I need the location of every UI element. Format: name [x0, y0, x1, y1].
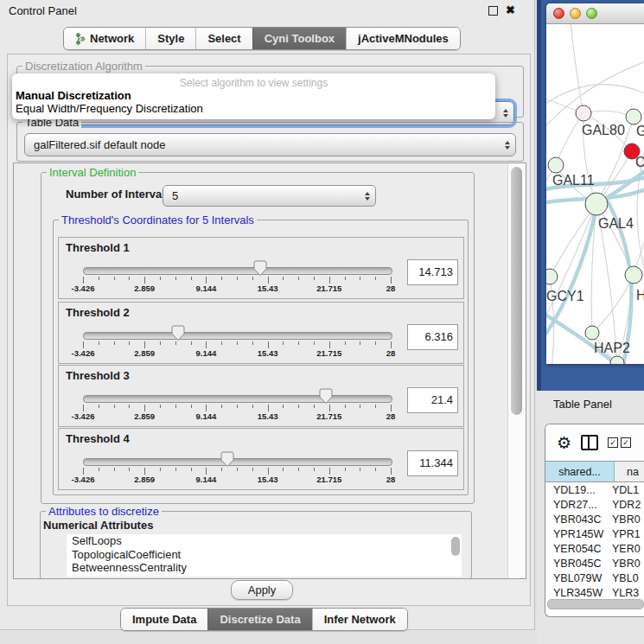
- numerical-attributes-label: Numerical Attributes: [43, 519, 153, 532]
- tab-style[interactable]: Style: [145, 28, 195, 49]
- table-header-row: shared... na: [545, 461, 644, 482]
- column-header-shared-name[interactable]: shared...: [545, 462, 615, 481]
- numerical-attributes-list[interactable]: SelfLoopsTopologicalCoefficientBetweenne…: [67, 534, 462, 577]
- threshold-3-slider-track[interactable]: [83, 395, 392, 403]
- network-node-label: HAP2: [594, 341, 630, 355]
- scrollbar-thumb[interactable]: [511, 167, 522, 415]
- attribute-item[interactable]: TopologicalCoefficient: [67, 548, 462, 562]
- table-row[interactable]: YDR27...YDR2: [545, 497, 644, 512]
- tab-network[interactable]: Network: [64, 28, 145, 49]
- tab-select[interactable]: Select: [195, 28, 252, 49]
- apply-button[interactable]: Apply: [231, 580, 293, 600]
- threshold-1-slider-track[interactable]: [83, 267, 392, 275]
- network-node[interactable]: [548, 157, 564, 173]
- network-node-label: GAL11: [552, 173, 595, 188]
- threshold-4-slider-track[interactable]: [83, 458, 392, 466]
- table-row[interactable]: YBR045CYBR0: [545, 556, 644, 571]
- threshold-3-panel: Threshold 3 -3.4262.8599.14415.4321.7152…: [58, 365, 464, 427]
- close-icon[interactable]: ✖: [506, 5, 515, 16]
- network-node[interactable]: [546, 269, 558, 284]
- table-horizontal-scrollbar[interactable]: [547, 599, 644, 609]
- table-rows[interactable]: YDL19...YDL1YDR27...YDR2YBR043CYBR0YPR14…: [545, 482, 644, 600]
- attributes-group: Attributes to discretize Numerical Attri…: [40, 511, 472, 579]
- attributes-group-title: Attributes to discretize: [46, 505, 162, 518]
- checkbox-icon: ✓: [608, 437, 618, 448]
- network-window-titlebar: [546, 3, 644, 24]
- interval-definition-title: Interval Definition: [47, 166, 138, 179]
- threshold-1-slider-handle[interactable]: [253, 260, 267, 280]
- combo-arrows-icon: [500, 141, 515, 150]
- split-columns-icon[interactable]: [581, 435, 598, 450]
- tab-discretize-data[interactable]: Discretize Data: [207, 609, 311, 630]
- threshold-1-value-field[interactable]: 14.713: [407, 259, 458, 285]
- thresholds-group: Threshold's Coordinates for 5 Intervals …: [53, 220, 469, 495]
- interval-definition-group: Interval Definition Number of Intervals …: [41, 172, 475, 504]
- table-row[interactable]: YDL19...YDL1: [545, 482, 644, 497]
- number-of-intervals-label: Number of Intervals: [66, 188, 171, 201]
- threshold-2-panel: Threshold 2 -3.4262.8599.14415.4321.7152…: [58, 302, 464, 364]
- network-node[interactable]: [626, 109, 641, 124]
- algorithm-dropdown-popup: Select algorithm to view settings Manual…: [12, 73, 495, 119]
- table-toolbar: ⚙ ✓ ✓: [545, 424, 644, 461]
- table-row[interactable]: YPR145WYPR1: [545, 526, 644, 541]
- panel-title: Control Panel: [9, 0, 77, 22]
- network-canvas[interactable]: GAL80GCGAL11GAL4GCY1HHAP2: [546, 24, 644, 364]
- threshold-4-slider-handle[interactable]: [220, 451, 234, 471]
- network-node[interactable]: [576, 105, 591, 121]
- table-row[interactable]: YBR043CYBR0: [545, 512, 644, 526]
- zoom-window-icon[interactable]: [586, 8, 597, 19]
- tab-infer-network[interactable]: Infer Network: [312, 609, 407, 630]
- network-node[interactable]: [610, 356, 624, 364]
- threshold-3-label: Threshold 3: [66, 369, 130, 382]
- attributes-list-scrollbar[interactable]: [451, 537, 460, 556]
- select-columns-icons[interactable]: ✓ ✓: [608, 437, 631, 448]
- network-node[interactable]: [585, 193, 608, 215]
- gear-icon[interactable]: ⚙: [557, 435, 571, 451]
- number-of-intervals-value: 5: [163, 189, 360, 202]
- popup-option-equal-width-frequency[interactable]: Equal Width/Frequency Discretization: [12, 102, 495, 115]
- threshold-3-slider-handle[interactable]: [319, 388, 333, 408]
- settings-vertical-scrollbar[interactable]: [507, 163, 526, 578]
- threshold-3-value-field[interactable]: 21.4: [407, 387, 458, 413]
- tab-cyni-toolbox[interactable]: Cyni Toolbox: [252, 28, 346, 49]
- close-window-icon[interactable]: [553, 8, 564, 19]
- table-panel-title: Table Panel: [553, 398, 612, 411]
- tab-network-label: Network: [90, 32, 134, 45]
- checkbox-icon: ✓: [621, 437, 631, 448]
- tab-jactivemnodules[interactable]: jActiveMNodules: [346, 28, 460, 49]
- tab-impute-data[interactable]: Impute Data: [121, 609, 207, 630]
- table-row[interactable]: YLR345WYLR3: [545, 585, 644, 600]
- threshold-2-value-field[interactable]: 6.316: [407, 324, 458, 350]
- cyni-mode-tabbar: Impute Data Discretize Data Infer Networ…: [120, 608, 408, 631]
- network-node[interactable]: [585, 326, 599, 340]
- network-node-label: GAL4: [598, 216, 634, 231]
- threshold-2-slider-handle[interactable]: [171, 325, 185, 345]
- column-header-name[interactable]: na: [615, 462, 644, 481]
- threshold-1-panel: Threshold 1 -3.4262.8599.14415.4321.7152…: [58, 237, 464, 299]
- combo-arrows-icon: [498, 109, 513, 118]
- threshold-2-slider-track[interactable]: [83, 332, 392, 340]
- minimize-window-icon[interactable]: [570, 8, 581, 19]
- table-panel: Table Panel ⚙ ✓ ✓ shared... na YDL19...Y…: [537, 391, 644, 644]
- table-data-combobox[interactable]: galFiltered.sif default node: [24, 133, 516, 156]
- control-panel-tabbar: Network Style Select Cyni Toolbox jActiv…: [63, 27, 461, 50]
- table-row[interactable]: YBL079WYBL0: [545, 571, 644, 585]
- network-view-window: GAL80GCGAL11GAL4GCY1HHAP2: [546, 3, 644, 364]
- table-row[interactable]: YER054CYER0: [545, 541, 644, 556]
- network-node[interactable]: [625, 266, 642, 284]
- app-root: { "window": {"title": "Control Panel"}, …: [0, 0, 644, 644]
- threshold-4-label: Threshold 4: [66, 432, 130, 445]
- settings-scrollpane: Interval Definition Number of Intervals …: [13, 163, 526, 579]
- control-panel-window: Control Panel ✖ Network Style Select Cyn…: [0, 0, 535, 630]
- table-data-group: Table Data galFiltered.sif default node: [16, 122, 524, 162]
- attribute-item[interactable]: SelfLoops: [67, 534, 462, 548]
- threshold-2-label: Threshold 2: [66, 306, 130, 319]
- network-node-label: H: [636, 288, 644, 303]
- float-window-icon[interactable]: [488, 6, 498, 16]
- attribute-item[interactable]: BetweennessCentrality: [67, 561, 462, 575]
- threshold-4-value-field[interactable]: 11.344: [407, 450, 458, 476]
- number-of-intervals-combobox[interactable]: 5: [163, 185, 376, 207]
- control-panel-titlebar: Control Panel ✖: [0, 0, 534, 22]
- popup-option-manual-discretization[interactable]: Manual Discretization: [12, 89, 495, 102]
- node-table-container: ⚙ ✓ ✓ shared... na YDL19...YDL1YDR27...Y…: [545, 424, 644, 617]
